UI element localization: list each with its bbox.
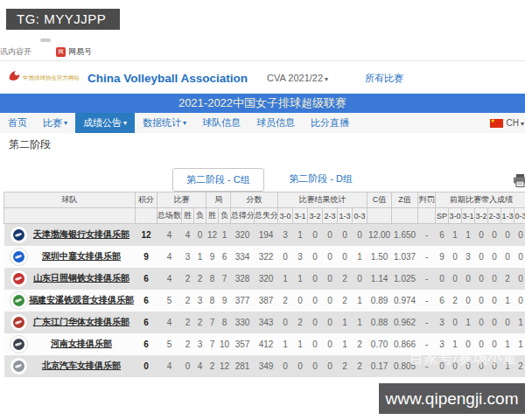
chevron-down-icon: ▾ [183, 119, 186, 127]
result-stat-cell-0: 0 [278, 355, 293, 377]
score-stat-cell-1: 194 [255, 224, 278, 246]
site-header: 中国排球协会官方网站 China Volleyball Association … [0, 63, 525, 93]
nav-item-6[interactable]: 比分直播 [303, 113, 357, 133]
tab-stage2-group-d[interactable]: 第二阶段 - D组 [289, 172, 353, 186]
nav-item-5[interactable]: 球员信息 [248, 113, 303, 133]
result-stat-cell-4: 2 [338, 290, 353, 312]
fujian-anxi-logo-icon [10, 291, 28, 310]
carried-stat-cell-3: 0 [475, 246, 488, 268]
set-stat-cell-1: 9 [219, 290, 231, 312]
result-stat-cell-0: 3 [278, 224, 293, 246]
team-link[interactable]: 广东江门华体女排俱乐部 [28, 316, 136, 328]
result-stat-cell-0: 0 [278, 246, 293, 268]
match-stat-cell-1: 2 [182, 290, 194, 312]
sub-header-13: 1-3 [338, 208, 353, 224]
score-stat-cell-1: 322 [255, 246, 278, 268]
carried-stat-cell-5: 2 [501, 268, 514, 290]
z-value-cell: 0.974 [392, 290, 418, 312]
score-stat-cell-0: 281 [231, 355, 255, 377]
set-stat-cell-1: 7 [219, 268, 231, 290]
nav-item-1[interactable]: 比赛▾ [35, 113, 75, 133]
carried-stat-cell-0: 6 [436, 290, 449, 312]
sub-header-16 [392, 208, 418, 224]
tab-stage2-group-c[interactable]: 第二阶段 - C组 [172, 168, 264, 192]
sub-header-2: 总场数 [158, 208, 182, 224]
col-score: 分数 [231, 192, 278, 208]
result-stat-cell-5: 0 [353, 268, 368, 290]
result-stat-cell-3: 0 [323, 355, 338, 377]
carried-stat-cell-6: 0 [514, 246, 525, 268]
points-cell: 6 [136, 333, 158, 355]
match-stat-cell-0: 5 [158, 333, 182, 355]
all-matches-link[interactable]: 所有比赛 [365, 72, 403, 85]
tg-watermark-badge: TG: MYYJJPP [6, 9, 120, 30]
header-divider [0, 60, 525, 61]
team-link[interactable]: 北京汽车女排俱乐部 [28, 360, 136, 372]
col-points: 积分 [136, 192, 158, 208]
score-stat-cell-0: 377 [231, 290, 255, 312]
result-stat-cell-3: 0 [323, 333, 338, 355]
beijing-qiche-logo-icon [10, 357, 28, 375]
result-stat-cell-5: 1 [353, 290, 368, 312]
z-value-cell: 0.962 [392, 312, 418, 333]
nav-right: ★ CH▾ [490, 113, 525, 133]
season-selector[interactable]: CVA 2021/22▾ [267, 73, 328, 83]
carried-stat-cell-5: 0 [501, 224, 514, 246]
result-stat-cell-5: 1 [353, 312, 368, 333]
table-row: 广东江门华体女排俱乐部6422783303430200110.880.962-3… [4, 312, 525, 333]
match-stat-cell-2: 2 [194, 268, 206, 290]
printer-icon [513, 175, 525, 190]
team-link[interactable]: 山东日照钢铁女排俱乐部 [28, 272, 136, 284]
site-title[interactable]: China Volleyball Association [88, 72, 248, 85]
nav-item-4[interactable]: 球队信息 [194, 113, 248, 133]
result-stat-cell-1: 3 [293, 246, 308, 268]
score-stat-cell-0: 330 [231, 312, 255, 333]
match-stat-cell-1: 4 [182, 224, 194, 246]
match-stat-cell-0: 4 [158, 355, 182, 377]
team-cell: 山东日照钢铁女排俱乐部 [4, 268, 136, 290]
carried-stat-cell-6: 1 [514, 312, 525, 333]
chevron-down-icon: ▾ [123, 119, 127, 127]
team-link[interactable]: 河南女排俱乐部 [28, 338, 136, 350]
result-stat-cell-3: 0 [323, 312, 338, 333]
nav-item-0[interactable]: 首页 [0, 113, 35, 133]
nav-item-2[interactable]: 成绩公告▾ [75, 113, 135, 133]
result-stat-cell-0: 2 [278, 290, 293, 312]
result-stat-cell-4: 0 [338, 246, 353, 268]
carried-stat-cell-4: 0 [488, 290, 501, 312]
points-cell: 6 [136, 268, 158, 290]
netease-label[interactable]: 网易号 [68, 46, 92, 58]
table-row: 福建安溪铁观音女排俱乐部6523893773872000210.890.974-… [4, 290, 525, 312]
carried-stat-cell-4: 0 [488, 268, 501, 290]
sub-header-19: 3-0 [449, 208, 462, 224]
team-link[interactable]: 福建安溪铁观音女排俱乐部 [28, 294, 136, 306]
sub-header-6: 负 [219, 208, 231, 224]
result-stat-cell-3: 0 [323, 246, 338, 268]
result-stat-cell-1: 2 [293, 312, 308, 333]
result-stat-cell-5: 1 [353, 246, 368, 268]
team-cell: 北京汽车女排俱乐部 [4, 355, 136, 377]
match-stat-cell-2: 1 [194, 246, 206, 268]
carried-stat-cell-3: 0 [475, 290, 488, 312]
result-stat-cell-2: 0 [308, 355, 323, 377]
chevron-down-icon: ▾ [64, 119, 67, 127]
main-nav: 首页比赛▾成绩公告▾数据统计▾球队信息球员信息比分直播 ★ CH▾ [0, 113, 525, 133]
print-button[interactable] [513, 174, 525, 191]
result-stat-cell-5: 2 [353, 355, 368, 377]
sub-header-24: 0-3 [514, 208, 525, 224]
league-banner: 2021-2022中国女子排球超级联赛 [0, 94, 525, 113]
team-link[interactable]: 天津渤海银行女排俱乐部 [28, 228, 136, 241]
result-stat-cell-5: 2 [353, 333, 368, 355]
sub-header-0 [4, 208, 136, 224]
team-link[interactable]: 深圳中塞女排俱乐部 [28, 250, 136, 262]
nav-item-3[interactable]: 数据统计▾ [135, 113, 194, 133]
penalty-cell: - [418, 312, 436, 333]
team-cell: 福建安溪铁观音女排俱乐部 [4, 290, 136, 312]
score-stat-cell-0: 334 [231, 246, 255, 268]
col-carried: 前期比赛带入成绩 [436, 192, 525, 208]
set-stat-cell-1: 12 [219, 355, 231, 377]
language-switcher[interactable]: CH▾ [507, 118, 524, 128]
carried-stat-cell-3: 0 [475, 224, 488, 246]
author-watermark: 百家号/赛场小童 [409, 348, 517, 368]
carried-stat-cell-0: 6 [436, 224, 449, 246]
